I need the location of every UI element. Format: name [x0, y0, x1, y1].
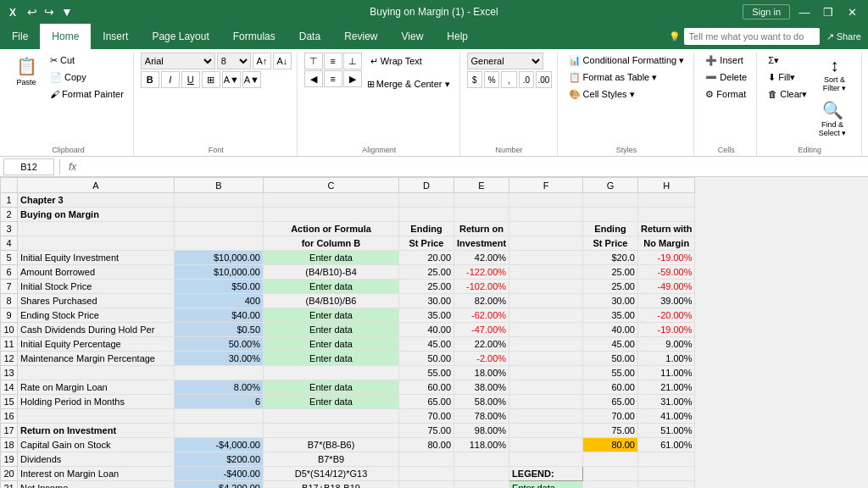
top-align-button[interactable]: ⊤ — [304, 53, 323, 69]
cell-d10[interactable]: 40.00 — [399, 323, 454, 337]
cell-h10[interactable]: -19.00% — [637, 323, 695, 337]
tab-view[interactable]: View — [390, 24, 436, 49]
cell-e20[interactable] — [454, 467, 509, 481]
cell-c4[interactable]: for Column B — [264, 236, 399, 251]
cell-a21[interactable]: Net Income — [18, 481, 175, 489]
cell-e11[interactable]: 22.00% — [454, 337, 509, 352]
format-as-table-button[interactable]: 📋 Format as Table ▾ — [565, 69, 689, 86]
cell-c3[interactable]: Action or Formula — [264, 222, 399, 236]
cell-g4[interactable]: St Price — [582, 236, 637, 251]
cell-f11[interactable] — [509, 337, 583, 352]
cell-b4[interactable] — [175, 236, 264, 251]
wrap-text-button[interactable]: ↵ Wrap Text — [366, 53, 426, 69]
cell-styles-button[interactable]: 🎨 Cell Styles ▾ — [565, 86, 689, 103]
cell-d6[interactable]: 25.00 — [399, 265, 454, 280]
cell-g12[interactable]: 50.00 — [582, 352, 637, 366]
sign-in-button[interactable]: Sign in — [743, 4, 790, 19]
cell-d1[interactable] — [399, 193, 454, 208]
cell-d21[interactable] — [399, 481, 454, 489]
cell-c11[interactable]: Enter data — [264, 337, 399, 352]
cell-e4[interactable]: Investment — [454, 236, 509, 251]
cell-h4[interactable]: No Margin — [637, 236, 695, 251]
cell-a19[interactable]: Dividends — [18, 452, 175, 467]
cut-button[interactable]: ✂ Cut — [46, 53, 128, 69]
cell-a10[interactable]: Cash Dividends During Hold Per — [18, 323, 175, 337]
cell-g5[interactable]: $20.0 — [582, 251, 637, 265]
cell-d4[interactable]: St Price — [399, 236, 454, 251]
cell-a11[interactable]: Initial Equity Percentage — [18, 337, 175, 352]
cell-d18[interactable]: 80.00 — [399, 438, 454, 452]
cell-e14[interactable]: 38.00% — [454, 380, 509, 395]
column-header-b[interactable]: B — [175, 178, 264, 193]
decrease-decimal-button[interactable]: .00 — [536, 71, 551, 88]
cell-d11[interactable]: 45.00 — [399, 337, 454, 352]
cell-g10[interactable]: 40.00 — [582, 323, 637, 337]
cell-h7[interactable]: -49.00% — [637, 280, 695, 294]
cell-b7[interactable]: $50.00 — [175, 280, 264, 294]
cell-b12[interactable]: 30.00% — [175, 352, 264, 366]
shrink-font-button[interactable]: A↓ — [273, 53, 292, 69]
cell-h1[interactable] — [637, 193, 695, 208]
cell-g9[interactable]: 35.00 — [582, 308, 637, 323]
cell-b15[interactable]: 6 — [175, 395, 264, 409]
cell-d5[interactable]: 20.00 — [399, 251, 454, 265]
cell-e3[interactable]: Return on — [454, 222, 509, 236]
autosum-button[interactable]: Σ▾ — [764, 53, 811, 69]
border-button[interactable]: ⊞ — [202, 71, 220, 88]
cell-g17[interactable]: 75.00 — [582, 424, 637, 438]
cell-g3[interactable]: Ending — [582, 222, 637, 236]
accounting-button[interactable]: $ — [467, 71, 482, 88]
cell-c17[interactable] — [264, 424, 399, 438]
redo-button[interactable]: ↪ — [42, 3, 56, 20]
cell-a3[interactable] — [18, 222, 175, 236]
delete-button[interactable]: ➖ Delete — [701, 69, 751, 86]
cell-c5[interactable]: Enter data — [264, 251, 399, 265]
cell-b3[interactable] — [175, 222, 264, 236]
grow-font-button[interactable]: A↑ — [253, 53, 271, 69]
cell-d19[interactable] — [399, 452, 454, 467]
cell-d14[interactable]: 60.00 — [399, 380, 454, 395]
find-select-button[interactable]: 🔍 Find &Select ▾ — [814, 97, 852, 141]
font-color-button[interactable]: A▼ — [242, 71, 261, 88]
cell-c14[interactable]: Enter data — [264, 380, 399, 395]
cell-e6[interactable]: -122.00% — [454, 265, 509, 280]
cell-h19[interactable] — [637, 452, 695, 467]
cell-f18[interactable] — [509, 438, 583, 452]
cell-d12[interactable]: 50.00 — [399, 352, 454, 366]
column-header-e[interactable]: E — [454, 178, 509, 193]
cell-f20[interactable]: LEGEND: — [509, 467, 583, 481]
cell-a17[interactable]: Return on Investment — [18, 424, 175, 438]
cell-b20[interactable]: -$400.00 — [175, 467, 264, 481]
cell-g2[interactable] — [582, 208, 637, 222]
cell-f17[interactable] — [509, 424, 583, 438]
format-painter-button[interactable]: 🖌 Format Painter — [46, 86, 128, 102]
cell-g19[interactable] — [582, 452, 637, 467]
cell-d2[interactable] — [399, 208, 454, 222]
cell-a5[interactable]: Initial Equity Investment — [18, 251, 175, 265]
fill-color-button[interactable]: A▼ — [222, 71, 241, 88]
cell-a9[interactable]: Ending Stock Price — [18, 308, 175, 323]
align-right-button[interactable]: ▶ — [343, 70, 362, 87]
cell-a2[interactable]: Buying on Margin — [18, 208, 175, 222]
cell-c19[interactable]: B7*B9 — [264, 452, 399, 467]
cell-a12[interactable]: Maintenance Margin Percentage — [18, 352, 175, 366]
cell-c10[interactable]: Enter data — [264, 323, 399, 337]
cell-h17[interactable]: 51.00% — [637, 424, 695, 438]
cell-f4[interactable] — [509, 236, 583, 251]
cell-b16[interactable] — [175, 409, 264, 424]
cell-c2[interactable] — [264, 208, 399, 222]
cell-h2[interactable] — [637, 208, 695, 222]
cell-f7[interactable] — [509, 280, 583, 294]
cell-f1[interactable] — [509, 193, 583, 208]
maximize-button[interactable]: ❐ — [819, 3, 837, 21]
cell-a15[interactable]: Holding Period in Months — [18, 395, 175, 409]
percent-button[interactable]: % — [484, 71, 499, 88]
cell-f3[interactable] — [509, 222, 583, 236]
cell-a13[interactable] — [18, 366, 175, 380]
cell-a7[interactable]: Initial Stock Price — [18, 280, 175, 294]
number-format-select[interactable]: General — [467, 53, 543, 69]
cell-e19[interactable] — [454, 452, 509, 467]
close-button[interactable]: ✕ — [843, 3, 861, 21]
cell-c20[interactable]: D5*(S14/12)*G13 — [264, 467, 399, 481]
tell-me-input[interactable] — [684, 28, 820, 45]
